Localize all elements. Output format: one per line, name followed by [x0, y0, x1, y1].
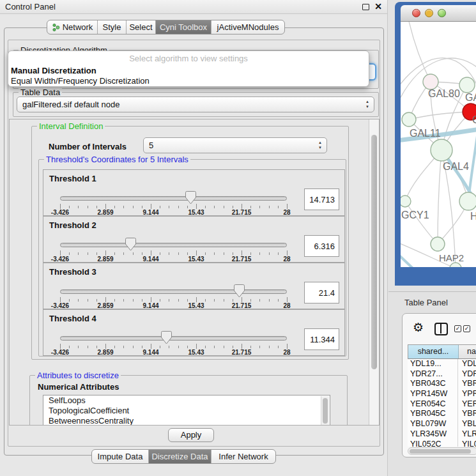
algorithm-dropdown-popup: Select algorithm to view settings Manual…	[8, 50, 369, 87]
popup-option-equal-width-frequency[interactable]: Equal Width/Frequency Discretization	[11, 76, 150, 86]
apply-button[interactable]: Apply	[168, 428, 214, 442]
network-node-gal80[interactable]	[423, 74, 438, 89]
attribute-item[interactable]: SelfLoops	[43, 395, 330, 406]
node-label: GAL4	[443, 161, 469, 172]
columns-icon[interactable]	[434, 323, 448, 335]
node-label: HAP2	[439, 252, 464, 263]
threshold-slider-thumb[interactable]	[161, 331, 172, 344]
network-node-h[interactable]	[459, 192, 476, 210]
stepper-icon: ▲▼	[365, 99, 369, 109]
popup-option-manual-discretization[interactable]: Manual Discretization	[11, 66, 96, 75]
threshold-slider-thumb[interactable]	[185, 191, 196, 204]
threshold-panel: Threshold 3 -3.4262.8599.14415.4321.7152…	[43, 263, 345, 309]
top-tab-bar: NetworkStyleSelectCyni ToolboxjActiveMNo…	[47, 20, 285, 35]
gear-icon[interactable]: ⚙	[413, 321, 424, 335]
mac-minimize-button[interactable]	[425, 9, 433, 17]
threshold-slider-track[interactable]	[60, 336, 287, 341]
slider-tick-labels: -3.4262.8599.14415.4321.71528	[60, 349, 287, 356]
attributes-list-scrollbar[interactable]	[321, 396, 329, 426]
network-node-gal4[interactable]	[431, 139, 452, 161]
table-row[interactable]: YER054CYER0	[408, 399, 476, 410]
control-panel: Control Panel ✕ NetworkStyleSelectCyni T…	[0, 0, 388, 476]
table-cell: YPR1	[458, 389, 476, 399]
tab-discretize-data[interactable]: Discretize Data	[149, 450, 211, 463]
tab-infer-network[interactable]: Infer Network	[211, 450, 275, 463]
table-cell: YLR3	[458, 429, 476, 440]
settings-vertical-scrollbar[interactable]	[369, 119, 379, 425]
panel-divider	[388, 291, 476, 292]
settings-scroll-area: Interval Definition Number of Intervals …	[9, 119, 380, 426]
tab-jactivemnodules[interactable]: jActiveMNodules	[211, 20, 284, 34]
table-row[interactable]: YPR145WYPR1	[408, 389, 476, 399]
node-label: H	[470, 211, 476, 222]
network-canvas[interactable]: GAL80GACGAL11GAL4GCY1HHAP2	[401, 22, 476, 267]
column-header-name[interactable]: na	[459, 345, 476, 358]
table-cell: YPR145W	[408, 389, 458, 399]
table-row[interactable]: YIL052CYIL0	[408, 440, 476, 447]
threshold-label: Threshold 4	[49, 314, 96, 323]
tab-select[interactable]: Select	[127, 20, 156, 34]
node-label: GAL11	[410, 128, 441, 139]
table-cell: YBR0	[458, 409, 476, 419]
checkbox-icon[interactable]: ✓	[463, 325, 470, 332]
table-cell: YER0	[458, 399, 476, 410]
table-cell: YLR345W	[408, 429, 458, 440]
table-panel: ⚙ ✓ ✓ shared... na YDL19...YDL1YDR27...Y…	[402, 313, 476, 457]
table-row[interactable]: YBL079WYBL0	[408, 419, 476, 429]
network-node-gal11[interactable]	[402, 112, 416, 127]
slider-tick-labels: -3.4262.8599.14415.4321.71528	[60, 209, 287, 216]
network-window-titlebar	[401, 5, 476, 22]
table-cell: YBR043C	[408, 379, 458, 389]
number-of-intervals-combobox[interactable]: 5 ▲▼	[143, 137, 327, 153]
numerical-attributes-list[interactable]: SelfLoopsTopologicalCoefficientBetweenne…	[43, 395, 330, 426]
tab-label: Select	[129, 22, 152, 32]
network-node-unlabeled[interactable]	[450, 263, 461, 267]
threshold-slider-thumb[interactable]	[125, 238, 136, 251]
table-row[interactable]: YBR043CYBR0	[408, 379, 476, 389]
float-window-icon[interactable]	[362, 4, 369, 10]
table-panel-toolbar: ⚙ ✓ ✓	[403, 316, 476, 342]
network-node-gcy1[interactable]	[401, 196, 411, 207]
tab-cyni-toolbox[interactable]: Cyni Toolbox	[156, 20, 211, 34]
table-header-row: shared... na	[408, 344, 476, 359]
threshold-panel: Threshold 2 -3.4262.8599.14415.4321.7152…	[43, 216, 345, 263]
close-icon[interactable]: ✕	[374, 1, 382, 12]
threshold-value-field[interactable]	[304, 235, 339, 257]
tab-network[interactable]: Network	[47, 20, 98, 34]
table-row[interactable]: YDR27...YDR2	[408, 369, 476, 380]
scrollbar-thumb[interactable]	[323, 398, 328, 424]
slider-tick-labels: -3.4262.8599.14415.4321.71528	[60, 302, 287, 309]
scrollbar-thumb[interactable]	[371, 135, 377, 369]
tab-style[interactable]: Style	[98, 20, 127, 34]
threshold-value-field[interactable]	[304, 282, 339, 303]
table-cell: YDR2	[458, 369, 476, 380]
network-node-hap2[interactable]	[431, 237, 445, 251]
threshold-value-field[interactable]	[304, 188, 339, 210]
threshold-slider-track[interactable]	[60, 243, 287, 247]
network-node-ga[interactable]	[459, 77, 475, 93]
mac-zoom-button[interactable]	[438, 9, 446, 17]
number-of-intervals-label: Number of Intervals	[49, 142, 127, 151]
attribute-item[interactable]: TopologicalCoefficient	[43, 406, 330, 416]
threshold-value-field[interactable]	[304, 328, 339, 350]
attribute-item[interactable]: BetweennessCentrality	[43, 416, 330, 426]
table-data-label: Table Data	[19, 88, 62, 97]
checkbox-icon[interactable]: ✓	[454, 325, 461, 332]
popup-hint-text: Select algorithm to view settings	[8, 54, 369, 63]
tab-label: Impute Data	[98, 452, 143, 461]
scrollbar-thumb[interactable]	[410, 449, 471, 454]
node-table: shared... na YDL19...YDL1YDR27...YDR2YBR…	[408, 344, 476, 440]
table-row[interactable]: YBR045CYBR0	[408, 409, 476, 419]
tab-impute-data[interactable]: Impute Data	[92, 450, 149, 463]
threshold-slider-track[interactable]	[60, 289, 287, 294]
column-header-shared-name[interactable]: shared...	[408, 345, 459, 358]
number-of-intervals-value: 5	[149, 141, 153, 150]
control-panel-title: Control Panel	[5, 2, 56, 12]
threshold-slider-track[interactable]	[60, 196, 287, 201]
threshold-slider-thumb[interactable]	[234, 284, 245, 298]
mac-close-button[interactable]	[412, 9, 420, 17]
table-data-combobox[interactable]: galFiltered.sif default node ▲▼	[17, 96, 374, 112]
table-row[interactable]: YDL19...YDL1	[408, 359, 476, 369]
table-horizontal-scrollbar[interactable]	[408, 447, 476, 455]
table-row[interactable]: YLR345WYLR3	[408, 429, 476, 440]
